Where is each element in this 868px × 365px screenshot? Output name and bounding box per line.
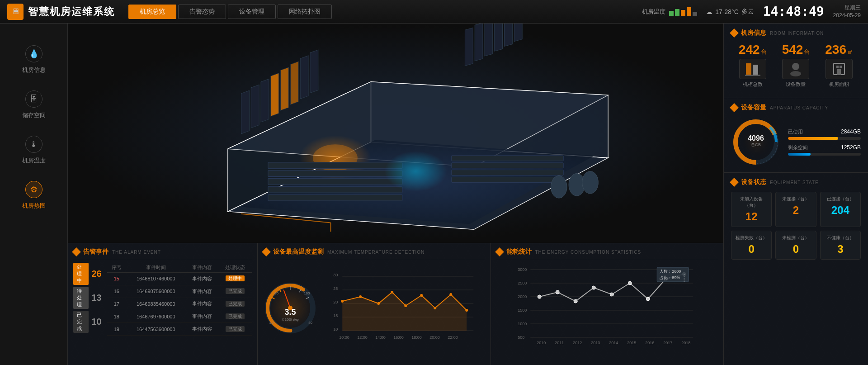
header-right: 机房温度 ☁ 17-28°C 多云 14:48:49 星期三 2024-05-2… bbox=[642, 4, 861, 19]
svg-text:16:00: 16:00 bbox=[393, 335, 404, 340]
svg-text:22:00: 22:00 bbox=[448, 335, 458, 340]
svg-text:人数：2600: 人数：2600 bbox=[660, 269, 681, 274]
table-row[interactable]: 16 16469075600000 事件内容 已完成 bbox=[107, 285, 252, 298]
tab-devices[interactable]: 设备管理 bbox=[228, 5, 276, 19]
sidebar-label-room-info: 机房信息 bbox=[22, 66, 46, 74]
sidebar-item-storage[interactable]: 🗄 储存空间 bbox=[0, 82, 67, 128]
svg-text:25: 25 bbox=[333, 286, 338, 291]
svg-rect-17 bbox=[268, 178, 402, 185]
svg-rect-30 bbox=[452, 177, 563, 183]
remaining-storage-value: 1252GB bbox=[841, 144, 861, 151]
svg-text:10:00: 10:00 bbox=[339, 335, 349, 340]
nav-tabs: 机房总览 告警态势 设备管理 网络拓扑图 bbox=[128, 5, 332, 19]
svg-text:80: 80 bbox=[274, 291, 278, 295]
svg-rect-21 bbox=[465, 28, 473, 66]
tab-network[interactable]: 网络拓扑图 bbox=[278, 5, 332, 19]
table-row[interactable]: 18 16467697600000 事件内容 已完成 bbox=[107, 310, 252, 323]
alarm-panel-header: 告警事件 THE ALARM EVENT bbox=[73, 248, 252, 259]
alarm-title-en: THE ALARM EVENT bbox=[112, 250, 161, 255]
row4-time: 16467697600000 bbox=[126, 310, 186, 323]
cabinet-count-number: 242 bbox=[739, 43, 760, 57]
capacity-bars: 已使用 2844GB 剩余空间 1252GB bbox=[788, 128, 861, 156]
svg-text:2013: 2013 bbox=[591, 341, 600, 345]
tab-overview[interactable]: 机房总览 bbox=[128, 5, 176, 19]
svg-rect-19 bbox=[268, 194, 402, 201]
svg-text:40: 40 bbox=[308, 321, 312, 325]
equip-state-panel: 设备状态 EQUIPMENT STATE 未加入设备（台） 12 未连接（台） … bbox=[724, 173, 868, 365]
row3-status: 已完成 bbox=[226, 301, 245, 307]
tab-alarm[interactable]: 告警态势 bbox=[178, 5, 226, 19]
svg-text:2000: 2000 bbox=[518, 294, 527, 299]
temp-bars bbox=[669, 7, 697, 16]
svg-rect-22 bbox=[475, 24, 483, 61]
capacity-title-cn: 设备容量 bbox=[741, 104, 766, 112]
stat-room-area: 236 ㎡ 机房面积 bbox=[825, 43, 853, 88]
equip-cell-unjoined: 未加入设备（台） 12 bbox=[731, 192, 772, 227]
svg-point-33 bbox=[551, 176, 567, 198]
svg-point-93 bbox=[574, 299, 577, 303]
row5-time: 16447563600000 bbox=[126, 323, 186, 336]
row2-id: 16 bbox=[107, 285, 126, 298]
temp-gauge: 3.5 X 1000 step 20 80 100 40 bbox=[263, 281, 317, 335]
svg-point-96 bbox=[628, 281, 632, 285]
equip-grid: 未加入设备（台） 12 未连接（台） 2 已连接（台） 204 检测失败（台） … bbox=[731, 192, 861, 260]
table-row[interactable]: 19 16447563600000 事件内容 已完成 bbox=[107, 323, 252, 336]
sidebar-item-temperature[interactable]: 🌡 机房温度 bbox=[0, 128, 67, 173]
svg-rect-29 bbox=[452, 170, 563, 175]
alarm-stat-done: 已完成 10 bbox=[73, 311, 102, 333]
sidebar-label-temperature: 机房温度 bbox=[22, 156, 46, 165]
main-layout: 💧 机房信息 🗄 储存空间 🌡 机房温度 ⚙ 机房热图 bbox=[0, 24, 868, 365]
svg-point-70 bbox=[449, 293, 452, 296]
row5-content: 事件内容 bbox=[186, 323, 219, 336]
sidebar-label-heatmap: 机房热图 bbox=[22, 202, 46, 210]
weather-icon: ☁ bbox=[706, 8, 712, 15]
row2-content: 事件内容 bbox=[186, 285, 219, 298]
date-date: 2024-05-29 bbox=[833, 12, 861, 19]
clock: 14:48:49 bbox=[763, 4, 824, 19]
3d-room-view bbox=[68, 24, 723, 243]
svg-text:20: 20 bbox=[333, 300, 338, 304]
equip-diamond bbox=[730, 178, 739, 187]
temp-diamond-icon bbox=[262, 247, 271, 256]
temp-title-en: MAXIMUM TEMPERATURE DETECTION bbox=[327, 250, 425, 255]
connected-value: 204 bbox=[824, 204, 857, 217]
capacity-diamond bbox=[730, 103, 739, 112]
weather-info: ☁ 17-28°C 多云 bbox=[706, 8, 754, 16]
sidebar-item-room-info[interactable]: 💧 机房信息 bbox=[0, 37, 67, 82]
row1-status: 处理中 bbox=[226, 275, 245, 281]
room-3d-svg bbox=[68, 24, 723, 243]
undetected-label: 未检测（台） bbox=[779, 235, 812, 241]
temp-bar-1 bbox=[669, 11, 674, 16]
svg-text:2018: 2018 bbox=[681, 341, 690, 345]
svg-rect-18 bbox=[268, 186, 402, 193]
svg-rect-115 bbox=[745, 75, 760, 76]
svg-text:14:00: 14:00 bbox=[375, 335, 386, 340]
remaining-storage-bar: 剩余空间 1252GB bbox=[788, 144, 861, 156]
svg-text:2015: 2015 bbox=[627, 341, 636, 345]
alarm-processing-count: 26 bbox=[91, 269, 101, 279]
detect-fail-value: 0 bbox=[735, 243, 768, 256]
svg-text:2010: 2010 bbox=[537, 341, 546, 345]
remaining-storage-label: 剩余空间 bbox=[788, 144, 808, 151]
equip-cell-detect-fail: 检测失败（台） 0 bbox=[731, 231, 772, 260]
sidebar-label-storage: 储存空间 bbox=[22, 111, 46, 119]
row1-content: 事件内容 bbox=[186, 273, 219, 285]
svg-rect-6 bbox=[251, 85, 259, 128]
temp-line-chart: 30 25 20 15 10 bbox=[322, 267, 485, 349]
alarm-pending-count: 13 bbox=[91, 293, 101, 303]
svg-rect-8 bbox=[271, 73, 279, 117]
svg-point-64 bbox=[359, 295, 362, 298]
table-row[interactable]: 17 16469835460000 事件内容 已完成 bbox=[107, 298, 252, 310]
sidebar-item-heatmap[interactable]: ⚙ 机房热图 bbox=[0, 173, 67, 218]
disconnected-label: 未连接（台） bbox=[779, 196, 812, 202]
used-storage-value: 2844GB bbox=[841, 128, 861, 135]
room-area-unit: ㎡ bbox=[847, 48, 853, 56]
temperature-icon: 🌡 bbox=[25, 136, 42, 153]
equip-cell-undetected: 未检测（台） 0 bbox=[775, 231, 816, 260]
table-row[interactable]: 15 16468107460000 事件内容 处理中 bbox=[107, 273, 252, 285]
remaining-bar-fill bbox=[788, 153, 811, 156]
row3-id: 17 bbox=[107, 298, 126, 310]
svg-rect-113 bbox=[746, 63, 751, 75]
app-title: 智慧机房运维系统 bbox=[28, 5, 115, 19]
row1-time: 16468107460000 bbox=[126, 273, 186, 285]
